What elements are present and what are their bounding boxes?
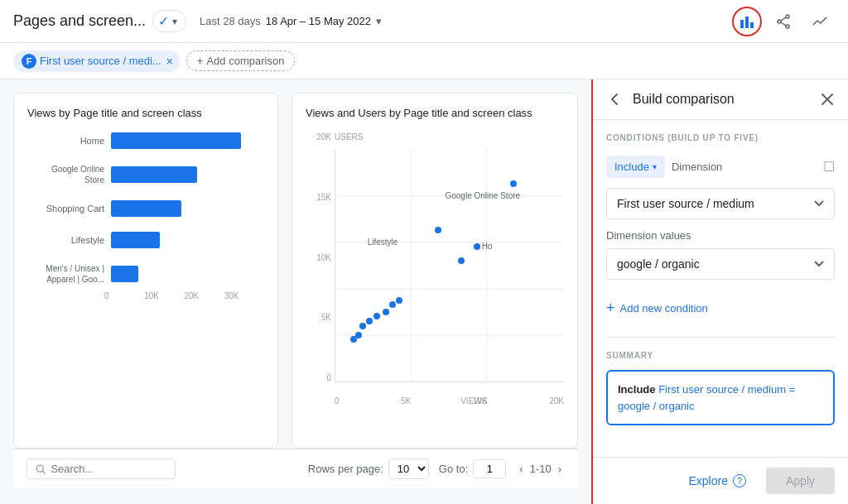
add-comparison-label: Add comparison (206, 55, 284, 67)
search-input-wrapper[interactable] (26, 458, 176, 479)
x-label-30k: 30K (224, 291, 264, 300)
summary-label: SUMMARY (606, 351, 835, 360)
date-value: 18 Apr – 15 May 2022 (266, 15, 371, 27)
filter-chip[interactable]: F First user source / medi... × (13, 50, 180, 72)
add-condition-label: Add new condition (620, 302, 708, 314)
scatter-users-label: USERS (335, 132, 363, 142)
scatter-dot (355, 332, 362, 338)
scatter-area: 20K 15K 10K 5K 0 (306, 132, 564, 406)
prev-page-icon[interactable]: ‹ (516, 459, 526, 478)
share-button[interactable] (768, 7, 798, 36)
scatter-dot (359, 323, 366, 329)
scatter-dot (458, 257, 465, 264)
panel-title: Build comparison (633, 92, 810, 107)
bar-container-gos (111, 166, 264, 183)
pagination: ‹ 1-10 › (516, 459, 565, 478)
main-content: Views by Page title and screen class Hom… (0, 79, 848, 504)
bar-chart-title: Views by Page title and screen class (27, 107, 264, 119)
explore-button[interactable]: Explore ? (676, 468, 759, 494)
svg-rect-1 (745, 17, 749, 28)
apply-button[interactable]: Apply (766, 468, 835, 494)
panel-body: CONDITIONS (BUILD UP TO FIVE) Include ▾ … (593, 120, 848, 457)
date-chevron-icon[interactable]: ▾ (376, 15, 382, 27)
bar-chart: Home Google OnlineStore Shopping Cart (27, 132, 264, 285)
add-comparison-button[interactable]: + Add comparison (186, 50, 296, 71)
scatter-plot: Google Online Store Lifestyle Ho (335, 149, 564, 382)
date-label: Last 28 days (200, 15, 261, 27)
filter-chip-avatar: F (22, 54, 36, 69)
rows-select[interactable]: 10 25 50 (388, 458, 429, 479)
dim-values-label: Dimension values (606, 229, 835, 242)
bar-label-gos: Google OnlineStore (34, 164, 104, 185)
scatter-views-label: VIEWS (460, 396, 487, 406)
scatter-dot (435, 227, 441, 233)
search-input[interactable] (51, 463, 166, 475)
svg-line-9 (42, 471, 45, 473)
bar-container-mens (111, 266, 264, 282)
y-label-0: 0 (326, 373, 335, 382)
table-row: Home (34, 132, 264, 149)
x-label-20k: 20K (185, 291, 224, 300)
table-row: Shopping Cart (34, 200, 264, 217)
trend-button[interactable] (805, 7, 835, 36)
grid-v-1 (411, 149, 412, 382)
svg-point-8 (36, 465, 43, 472)
add-condition-button[interactable]: + Add new condition (606, 293, 708, 324)
x-label-0: 0 (335, 396, 340, 406)
grid-h-4 (335, 335, 564, 336)
filter-bar: F First user source / medi... × + Add co… (0, 43, 848, 79)
grid-h-3 (335, 289, 564, 290)
delete-condition-button[interactable]: ☐ (823, 159, 835, 175)
back-arrow-icon (606, 91, 623, 108)
dim-value-select[interactable]: google / organic direct / (none) bing / … (606, 248, 835, 280)
include-button[interactable]: Include ▾ (606, 156, 665, 178)
conditions-label: CONDITIONS (BUILD UP TO FIVE) (606, 133, 835, 142)
bar-label-cart: Shopping Cart (34, 204, 104, 214)
goto-input[interactable] (473, 459, 506, 478)
scatter-chart-card: Views and Users by Page title and screen… (292, 93, 578, 449)
bar-label-mens: Men's / Unisex |Apparel | Goo... (34, 263, 104, 285)
scatter-dot (373, 313, 380, 319)
chevron-down-icon: ▾ (172, 16, 177, 27)
y-label-20k: 20K (316, 132, 335, 142)
svg-point-3 (786, 15, 789, 18)
rows-label: Rows per page: (308, 463, 383, 475)
scatter-dot (474, 243, 480, 250)
panel-back-button[interactable] (606, 91, 623, 108)
scatter-dot (510, 180, 517, 187)
status-badge[interactable]: ✓ ▾ (152, 10, 186, 32)
plus-icon: + (197, 55, 204, 67)
scatter-dot (396, 297, 402, 304)
y-label-10k: 10K (316, 253, 335, 262)
dimension-select[interactable]: First user source / medium Session sourc… (606, 188, 835, 219)
bar-cart (111, 200, 181, 217)
x-label-5k: 5K (401, 396, 411, 406)
summary-box: Include First user source / medium = goo… (606, 370, 835, 425)
table-row: Men's / Unisex |Apparel | Goo... (34, 263, 264, 285)
x-label-0: 0 (104, 291, 144, 300)
header-icons (732, 7, 835, 36)
goto-section: Go to: (439, 459, 506, 478)
goto-label: Go to: (439, 463, 468, 475)
bar-container-cart (111, 200, 264, 217)
close-icon (820, 92, 835, 107)
bar-container-lifestyle (111, 232, 264, 248)
x-label-10k: 10K (144, 291, 184, 300)
filter-chip-letter: F (26, 56, 32, 66)
page-title: Pages and screen... (13, 12, 146, 30)
panel-close-button[interactable] (820, 92, 835, 107)
rows-per-page: Rows per page: 10 25 50 (308, 458, 429, 479)
charts-row: Views by Page title and screen class Hom… (13, 93, 578, 449)
bar-mens (111, 266, 138, 282)
scatter-dot-label-gos: Google Online Store (445, 191, 520, 200)
table-row: Google OnlineStore (34, 164, 264, 185)
next-page-icon[interactable]: › (555, 459, 565, 478)
chart-toggle-button[interactable] (732, 7, 762, 36)
scatter-dot (383, 309, 389, 315)
panel-footer: Explore ? Apply (593, 457, 848, 504)
pagination-range: 1-10 (530, 463, 552, 475)
bar-label-home: Home (34, 136, 104, 146)
bar-chart-card: Views by Page title and screen class Hom… (13, 93, 278, 449)
charts-area: Views by Page title and screen class Hom… (0, 79, 591, 504)
filter-chip-close-icon[interactable]: × (166, 55, 173, 68)
